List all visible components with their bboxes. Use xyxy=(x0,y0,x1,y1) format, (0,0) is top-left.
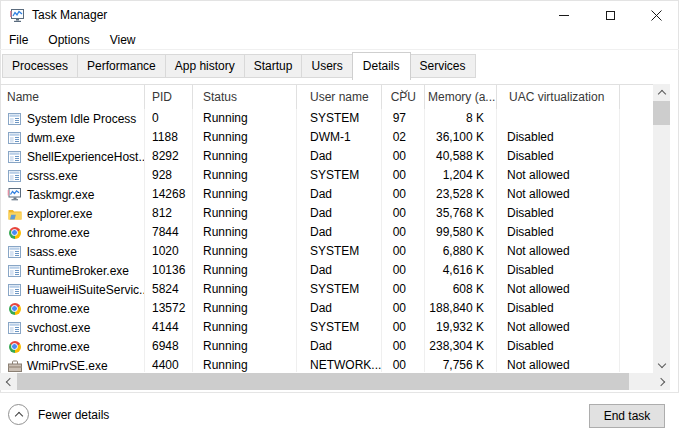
process-row[interactable]: chrome.exe6948RunningDad00238,304 KDisab… xyxy=(0,337,653,356)
menu-options[interactable]: Options xyxy=(38,31,99,49)
process-row[interactable]: csrss.exe928RunningSYSTEM001,204 KNot al… xyxy=(0,166,653,185)
process-memory-cell: 6,880 K xyxy=(425,242,497,261)
menu-view[interactable]: View xyxy=(100,31,146,49)
horizontal-scrollbar-thumb[interactable] xyxy=(17,373,629,390)
process-name: svchost.exe xyxy=(27,319,90,337)
process-pid-cell: 10136 xyxy=(145,261,193,280)
process-row[interactable]: svchost.exe4144RunningSYSTEM0019,932 KNo… xyxy=(0,318,653,337)
process-memory-cell: 19,932 K xyxy=(425,318,497,337)
process-status-cell: Running xyxy=(193,356,297,372)
process-user-cell: Dad xyxy=(297,185,382,204)
maximize-button[interactable] xyxy=(587,0,633,30)
app-generic-icon xyxy=(7,264,22,277)
process-uac-cell: Not allowed xyxy=(497,318,620,337)
row-filler xyxy=(620,204,653,223)
process-status-cell: Running xyxy=(193,185,297,204)
row-filler xyxy=(620,109,653,128)
fewer-details-toggle[interactable]: Fewer details xyxy=(8,404,109,425)
scroll-down-button[interactable] xyxy=(653,356,670,373)
horizontal-scrollbar[interactable] xyxy=(0,373,670,390)
row-filler xyxy=(620,242,653,261)
process-user-cell: Dad xyxy=(297,147,382,166)
process-pid-cell: 4400 xyxy=(145,356,193,372)
chevron-right-icon xyxy=(656,377,664,385)
process-row[interactable]: dwm.exe1188RunningDWM-10236,100 KDisable… xyxy=(0,128,653,147)
tab-strip: ProcessesPerformanceApp historyStartupUs… xyxy=(2,52,679,78)
column-header-status[interactable]: Status xyxy=(193,85,297,109)
scroll-right-button[interactable] xyxy=(653,373,670,390)
maximize-icon xyxy=(606,11,615,20)
window-title: Task Manager xyxy=(32,8,107,22)
process-cpu-cell: 00 xyxy=(382,337,425,356)
process-name-cell: ShellExperienceHost.... xyxy=(0,147,145,166)
process-name-cell: lsass.exe xyxy=(0,242,145,261)
menu-file[interactable]: File xyxy=(0,31,38,49)
column-header-memory-a[interactable]: Memory (a... xyxy=(425,85,497,109)
process-memory-cell: 40,588 K xyxy=(425,147,497,166)
process-row[interactable]: chrome.exe7844RunningDad0099,580 KDisabl… xyxy=(0,223,653,242)
process-row[interactable]: lsass.exe1020RunningSYSTEM006,880 KNot a… xyxy=(0,242,653,261)
chrome-icon xyxy=(7,340,22,353)
app-generic-icon xyxy=(7,112,22,125)
process-name-cell: chrome.exe xyxy=(0,337,145,356)
column-header-name[interactable]: Name xyxy=(0,85,145,109)
end-task-button[interactable]: End task xyxy=(589,404,665,428)
process-uac-cell: Not allowed xyxy=(497,242,620,261)
row-filler xyxy=(620,185,653,204)
process-row[interactable]: ShellExperienceHost....8292RunningDad004… xyxy=(0,147,653,166)
process-user-cell: NETWORK... xyxy=(297,356,382,372)
process-cpu-cell: 00 xyxy=(382,261,425,280)
chevron-down-icon xyxy=(657,359,665,367)
tab-details[interactable]: Details xyxy=(352,52,411,80)
toolbox-icon xyxy=(7,359,22,372)
row-filler xyxy=(620,337,653,356)
fewer-details-label: Fewer details xyxy=(38,408,109,422)
process-pid-cell: 8292 xyxy=(145,147,193,166)
process-memory-cell: 8 K xyxy=(425,109,497,128)
process-row[interactable]: chrome.exe13572RunningDad00188,840 KDisa… xyxy=(0,299,653,318)
process-pid-cell: 13572 xyxy=(145,299,193,318)
process-row[interactable]: Taskmgr.exe14268RunningDad0023,528 KNot … xyxy=(0,185,653,204)
process-name: explorer.exe xyxy=(27,205,92,223)
scroll-up-button[interactable] xyxy=(653,84,670,101)
process-pid-cell: 0 xyxy=(145,109,193,128)
process-memory-cell: 188,840 K xyxy=(425,299,497,318)
process-name-cell: WmiPrvSE.exe xyxy=(0,356,145,372)
process-row[interactable]: explorer.exe812RunningDad0035,768 KDisab… xyxy=(0,204,653,223)
process-cpu-cell: 02 xyxy=(382,128,425,147)
process-user-cell: Dad xyxy=(297,223,382,242)
vertical-scrollbar[interactable] xyxy=(653,84,670,373)
process-row[interactable]: WmiPrvSE.exe4400RunningNETWORK...007,756… xyxy=(0,356,653,372)
chevron-up-circle-icon xyxy=(8,404,29,425)
scroll-left-button[interactable] xyxy=(0,373,17,390)
process-name: chrome.exe xyxy=(27,300,90,318)
tab-users[interactable]: Users xyxy=(301,54,352,78)
tab-processes[interactable]: Processes xyxy=(2,54,78,78)
minimize-icon xyxy=(559,15,569,16)
footer-bar: Fewer details End task xyxy=(0,392,679,439)
tab-services[interactable]: Services xyxy=(410,54,476,78)
process-pid-cell: 4144 xyxy=(145,318,193,337)
folder-icon xyxy=(7,207,22,220)
process-pid-cell: 812 xyxy=(145,204,193,223)
process-status-cell: Running xyxy=(193,337,297,356)
vertical-scrollbar-thumb[interactable] xyxy=(653,101,670,125)
column-header-uac-virtualization[interactable]: UAC virtualization xyxy=(497,85,620,109)
chrome-icon xyxy=(7,302,22,315)
tab-startup[interactable]: Startup xyxy=(244,54,303,78)
tab-app-history[interactable]: App history xyxy=(165,54,245,78)
close-button[interactable] xyxy=(633,0,679,30)
process-memory-cell: 36,100 K xyxy=(425,128,497,147)
process-name: chrome.exe xyxy=(27,338,90,356)
column-header-cpu[interactable]: CPU xyxy=(382,85,425,109)
column-header-pid[interactable]: PID xyxy=(145,85,193,109)
minimize-button[interactable] xyxy=(541,0,587,30)
taskmgr-icon xyxy=(7,188,22,201)
process-row[interactable]: HuaweiHiSuiteServic...5824RunningSYSTEM0… xyxy=(0,280,653,299)
process-row[interactable]: System Idle Process0RunningSYSTEM978 K xyxy=(0,109,653,128)
column-header-user-name[interactable]: User name xyxy=(297,85,382,109)
process-cpu-cell: 00 xyxy=(382,185,425,204)
chevron-up-icon xyxy=(657,89,665,97)
tab-performance[interactable]: Performance xyxy=(77,54,166,78)
process-row[interactable]: RuntimeBroker.exe10136RunningDad004,616 … xyxy=(0,261,653,280)
